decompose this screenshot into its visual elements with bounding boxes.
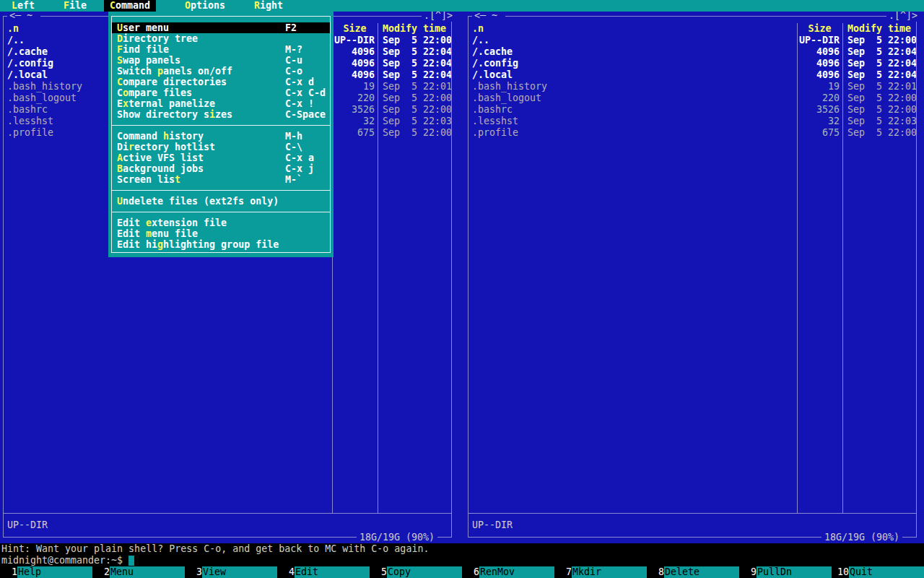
fkey-button[interactable]: 1Help: [0, 566, 92, 578]
menubar-label: ptions: [191, 0, 225, 11]
fkey-button[interactable]: 5Copy: [370, 566, 462, 578]
menu-group: Command historyM-hDirectory hotlistC-\Ac…: [112, 131, 330, 185]
menu-item[interactable]: Show directory sizesC-Space: [112, 109, 330, 120]
file-name: /.config: [468, 58, 797, 69]
fkey-button[interactable]: 4Edit: [277, 566, 370, 578]
menu-item[interactable]: Background jobsC-x j: [112, 163, 330, 174]
file-mtime: Sep 5 22:00: [842, 104, 916, 116]
file-size: 4096: [797, 58, 842, 69]
function-key-bar: 1Help2Menu3View4Edit5Copy6RenMov7Mkdir8D…: [0, 566, 924, 578]
menu-item-hotkey: C: [117, 77, 123, 87]
menu-item[interactable]: External panelizeC-x !: [112, 98, 330, 109]
fkey-label: Copy: [387, 566, 462, 578]
menu-item[interactable]: Compare directoriesC-x d: [112, 77, 330, 87]
menu-item-post: ompare directories: [123, 77, 227, 87]
menu-item[interactable]: Edit menu file: [112, 228, 330, 239]
menu-item[interactable]: Find fileM-?: [112, 44, 330, 55]
menu-item-shortcut: M-`: [285, 174, 302, 185]
sort-indicator: .n: [472, 23, 484, 35]
column-header-size[interactable]: Size: [797, 23, 842, 35]
file-size: 32: [797, 116, 842, 127]
menu-item-post: xtension file: [152, 217, 227, 228]
menubar-item[interactable]: Right: [248, 0, 289, 12]
menu-item-pre: Show directory s: [117, 109, 209, 120]
menu-item-shortcut: F2: [285, 22, 297, 33]
menu-item[interactable]: Switch panels on/offC-o: [112, 66, 330, 77]
panel-corner-buttons[interactable]: .[^]>: [422, 10, 455, 22]
fkey-button[interactable]: 7Mkdir: [554, 566, 647, 578]
fkey-button[interactable]: 3View: [185, 566, 277, 578]
menu-item-post: ser menu: [123, 22, 169, 33]
file-row[interactable]: /.local 4096 Sep 5 22:04: [468, 69, 916, 81]
menubar-hotkey: O: [185, 0, 191, 11]
menu-item-post: mpare files: [128, 87, 192, 98]
file-row[interactable]: /.config 4096 Sep 5 22:04: [468, 58, 916, 69]
menu-item[interactable]: Undelete files (ext2fs only): [112, 196, 330, 207]
menu-item[interactable]: Directory tree: [112, 33, 330, 44]
file-row[interactable]: .lesshst 32 Sep 5 22:03: [468, 116, 916, 127]
menu-item[interactable]: Edit extension file: [112, 217, 330, 228]
file-row[interactable]: /.. UP--DIR Sep 5 22:00: [468, 35, 916, 46]
menu-item[interactable]: Screen listM-`: [112, 174, 330, 185]
file-size: UP--DIR: [797, 35, 842, 46]
menu-item[interactable]: Swap panelsC-u: [112, 55, 330, 66]
menubar-hotkey: L: [12, 0, 17, 11]
menubar-item[interactable]: File: [58, 0, 92, 12]
fkey-label: Quit: [849, 566, 924, 578]
file-mtime: Sep 5 22:01: [842, 81, 916, 92]
menu-item[interactable]: User menuF2: [112, 22, 330, 33]
panel-path[interactable]: <─ ~: [7, 10, 40, 22]
menu-item-pre: E: [117, 98, 123, 109]
fkey-number: 1: [0, 566, 17, 578]
menubar-label: ile: [69, 0, 87, 11]
fkey-button[interactable]: 6RenMov: [462, 566, 554, 578]
file-row[interactable]: /.cache 4096 Sep 5 22:04: [468, 46, 916, 58]
menu-item-pre: Di: [117, 142, 128, 152]
file-name: .profile: [468, 127, 797, 139]
panel-corner-buttons[interactable]: .[^]>: [886, 10, 920, 22]
fkey-label: View: [202, 566, 277, 578]
file-size: 19: [797, 81, 842, 92]
fkey-number: 6: [462, 566, 479, 578]
column-header-size[interactable]: Size: [332, 23, 378, 35]
menu-item-post: ectory hotlist: [134, 142, 215, 152]
file-mtime: Sep 5 22:00: [378, 35, 451, 46]
menu-item[interactable]: Directory hotlistC-\: [112, 142, 330, 152]
file-size: 675: [332, 127, 378, 139]
column-header-mtime[interactable]: Modify time: [842, 23, 916, 35]
file-mtime: Sep 5 22:03: [842, 116, 916, 127]
file-size: 19: [332, 81, 378, 92]
menu-item-hotkey: r: [128, 142, 134, 152]
menu-item[interactable]: Command historyM-h: [112, 131, 330, 142]
ministatus-separator: [4, 513, 451, 514]
menubar-item[interactable]: Left: [6, 0, 40, 12]
menubar-label: ight: [260, 0, 283, 11]
file-row[interactable]: .profile 675 Sep 5 22:00: [468, 127, 916, 139]
file-row[interactable]: .bash_history 19 Sep 5 22:01: [468, 81, 916, 92]
fkey-label: PullDn: [757, 566, 832, 578]
shell-prompt[interactable]: midnight@commander:~$: [1, 555, 123, 566]
menu-group: Edit extension fileEdit menu fileEdit hi…: [112, 217, 330, 250]
fkey-button[interactable]: 10Quit: [832, 566, 924, 578]
menu-item[interactable]: Active VFS listC-x a: [112, 152, 330, 163]
file-size: 4096: [332, 69, 378, 81]
menu-item-post: ind file: [123, 44, 169, 55]
fkey-label: Menu: [110, 566, 185, 578]
column-header-name[interactable]: .nName: [468, 23, 797, 35]
file-size: 220: [332, 92, 378, 104]
file-mtime: Sep 5 22:04: [378, 46, 451, 58]
fkey-button[interactable]: 8Delete: [647, 566, 739, 578]
file-row[interactable]: .bashrc 3526 Sep 5 22:00: [468, 104, 916, 116]
fkey-button[interactable]: 2Menu: [92, 566, 185, 578]
file-row[interactable]: .bash_logout 220 Sep 5 22:00: [468, 92, 916, 104]
column-header-mtime[interactable]: Modify time: [378, 23, 451, 35]
menubar-item[interactable]: Command: [104, 0, 156, 12]
menu-item-shortcut: C-x j: [285, 163, 314, 174]
file-mtime: Sep 5 22:03: [378, 116, 451, 127]
fkey-number: 9: [739, 566, 757, 578]
menu-item[interactable]: Compare filesC-x C-d: [112, 87, 330, 98]
panel-path[interactable]: <─ ~: [472, 10, 505, 22]
menu-item[interactable]: Edit highlighting group file: [112, 239, 330, 250]
menubar-item[interactable]: Options: [179, 0, 231, 12]
fkey-button[interactable]: 9PullDn: [739, 566, 832, 578]
